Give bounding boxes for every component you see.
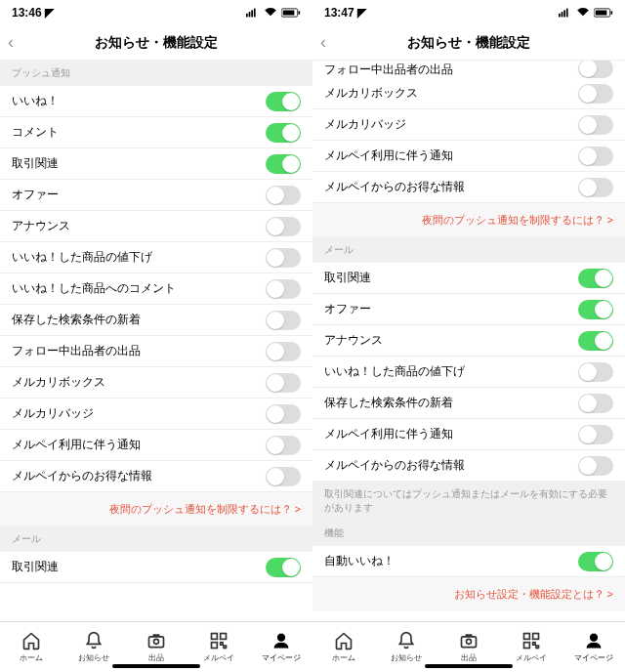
qr-icon (209, 631, 229, 651)
svg-rect-15 (559, 14, 561, 18)
svg-rect-26 (524, 643, 530, 649)
svg-point-14 (278, 634, 285, 641)
tab-home[interactable]: ホーム (0, 622, 62, 672)
toggle-switch[interactable] (578, 394, 613, 413)
back-button[interactable]: ‹ (8, 32, 14, 53)
setting-row: 取引関連 (0, 552, 312, 583)
setting-row: オファー (312, 294, 625, 325)
toggle-switch[interactable] (578, 115, 613, 135)
setting-label: フォロー中出品者の出品 (324, 62, 453, 78)
setting-row: メルペイ利用に伴う通知 (312, 419, 625, 450)
setting-row: フォロー中出品者の出品 (312, 61, 625, 78)
toggle-switch[interactable] (266, 248, 301, 268)
toggle-switch[interactable] (266, 92, 301, 111)
toggle-switch[interactable] (266, 342, 301, 361)
setting-label: 保存した検索条件の新着 (12, 312, 141, 328)
home-icon (21, 631, 41, 651)
setting-row: メルカリバッジ (312, 109, 625, 141)
setting-label: メルペイ利用に伴う通知 (12, 437, 141, 453)
setting-label: コメント (12, 124, 59, 141)
svg-rect-27 (533, 643, 536, 646)
toggle-switch[interactable] (266, 279, 301, 299)
svg-rect-18 (566, 9, 568, 18)
setting-label: アナウンス (324, 332, 383, 349)
tab-label: 出品 (461, 652, 477, 663)
toggle-switch[interactable] (578, 300, 613, 319)
toggle-switch[interactable] (578, 147, 613, 166)
page-title: お知らせ・機能設定 (95, 34, 218, 52)
setting-row: メルカリボックス (312, 78, 625, 109)
toggle-switch[interactable] (266, 123, 301, 143)
svg-rect-10 (221, 634, 227, 640)
back-button[interactable]: ‹ (320, 32, 326, 53)
setting-label: いいね！した商品へのコメント (12, 280, 176, 297)
setting-label: メルカリボックス (12, 374, 105, 391)
setting-label: オファー (12, 187, 59, 203)
setting-label: オファー (324, 301, 371, 317)
toggle-switch[interactable] (578, 331, 613, 351)
tab-label: マイページ (574, 652, 613, 663)
setting-label: フォロー中出品者の出品 (12, 343, 141, 359)
note-text: 取引関連についてはプッシュ通知またはメールを有効にする必要があります (312, 482, 625, 521)
setting-label: メルペイ利用に伴う通知 (324, 426, 453, 442)
toggle-switch[interactable] (578, 269, 613, 288)
help-link[interactable]: お知らせ設定・機能設定とは？ > (312, 577, 625, 611)
setting-label: メルカリバッジ (324, 116, 406, 133)
toggle-switch[interactable] (578, 84, 613, 104)
section-header: プッシュ通知 (0, 61, 312, 86)
help-link[interactable]: 夜間のプッシュ通知を制限するには？ > (0, 492, 312, 526)
tab-label: お知らせ (78, 652, 109, 663)
status-time: 13:47 ◤ (324, 6, 366, 20)
camera-icon (459, 631, 479, 651)
svg-rect-22 (462, 637, 477, 648)
toggle-switch[interactable] (266, 436, 301, 455)
setting-row: アナウンス (312, 325, 625, 357)
bell-icon (396, 631, 416, 651)
status-bar: 13:46 ◤ (0, 0, 312, 25)
status-indicators (559, 8, 613, 18)
toggle-switch[interactable] (578, 178, 613, 197)
home-indicator (425, 664, 513, 668)
toggle-switch[interactable] (266, 467, 301, 486)
tab-label: マイページ (262, 652, 301, 663)
setting-label: 自動いいね！ (324, 553, 395, 569)
person-icon (271, 631, 291, 651)
toggle-switch[interactable] (266, 186, 301, 205)
toggle-switch[interactable] (578, 362, 613, 382)
setting-label: メルペイ利用に伴う通知 (324, 147, 453, 164)
toggle-switch[interactable] (578, 456, 613, 476)
svg-rect-13 (224, 646, 227, 649)
svg-point-8 (154, 639, 159, 644)
setting-row: メルカリバッジ (0, 399, 312, 430)
svg-rect-5 (283, 11, 295, 16)
setting-row: いいね！した商品の値下げ (0, 242, 312, 273)
toggle-switch[interactable] (266, 154, 301, 174)
tab-person[interactable]: マイページ (250, 622, 312, 672)
toggle-switch[interactable] (578, 425, 613, 444)
setting-label: メルペイからのお得な情報 (12, 468, 152, 484)
svg-rect-1 (249, 12, 251, 17)
toggle-switch[interactable] (266, 558, 301, 577)
setting-row: メルペイ利用に伴う通知 (0, 430, 312, 461)
toggle-switch[interactable] (266, 217, 301, 236)
toggle-switch[interactable] (266, 311, 301, 330)
svg-rect-11 (212, 643, 218, 649)
setting-label: メルカリボックス (324, 85, 418, 102)
setting-row: 取引関連 (312, 263, 625, 294)
toggle-switch[interactable] (266, 373, 301, 393)
tab-person[interactable]: マイページ (562, 622, 625, 672)
toggle-switch[interactable] (578, 61, 613, 78)
status-indicators (246, 8, 301, 18)
section-header: メール (0, 526, 312, 552)
help-link[interactable]: 夜間のプッシュ通知を制限するには？ > (312, 203, 625, 237)
setting-row: 保存した検索条件の新着 (312, 388, 625, 419)
svg-rect-12 (221, 643, 224, 646)
tab-label: ホーム (332, 652, 355, 663)
tab-home[interactable]: ホーム (312, 622, 375, 672)
svg-rect-20 (596, 11, 607, 16)
svg-rect-16 (562, 12, 563, 17)
toggle-switch[interactable] (578, 552, 613, 571)
toggle-switch[interactable] (266, 404, 301, 424)
bell-icon (84, 631, 104, 651)
setting-row: アナウンス (0, 211, 312, 242)
